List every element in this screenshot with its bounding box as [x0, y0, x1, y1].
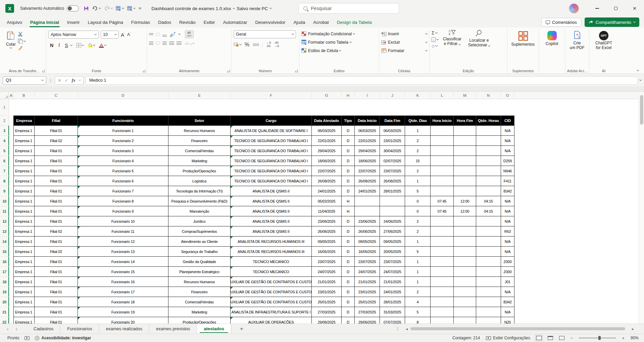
shrink-font-button[interactable]: Aˇ	[127, 32, 131, 37]
table-cell[interactable]: D	[342, 136, 355, 146]
table-header-cell[interactable]: Tipo	[342, 116, 355, 126]
table-cell[interactable]	[355, 196, 380, 206]
table-cell[interactable]: Funcionario 13	[78, 247, 168, 257]
table-cell[interactable]	[431, 166, 454, 176]
table-cell[interactable]: Empresa 1	[13, 317, 35, 324]
font-color-button[interactable]: A	[99, 43, 104, 48]
table-cell[interactable]: 12:00	[454, 196, 476, 206]
column-header-D[interactable]: D	[78, 92, 168, 99]
table-cell[interactable]: 2	[405, 136, 431, 146]
table-cell[interactable]: 5	[405, 186, 431, 196]
table-cell[interactable]	[431, 237, 454, 247]
redo-button[interactable]	[104, 6, 112, 11]
table-cell[interactable]	[431, 216, 454, 226]
table-cell[interactable]: 24/01/2025	[312, 186, 342, 196]
table-cell[interactable]: 29/06/2025	[312, 317, 342, 324]
table-cell[interactable]: Filial 01	[35, 196, 78, 206]
table-cell[interactable]: 23/07/2025	[355, 257, 380, 267]
column-header-I[interactable]: I	[355, 92, 380, 99]
paste-button[interactable]: Colar	[4, 30, 18, 51]
table-cell[interactable]: Funcionario 19	[78, 307, 168, 317]
table-cell[interactable]: 09/05/2025	[312, 237, 342, 247]
vertical-scrollbar-thumb[interactable]	[640, 95, 643, 125]
expand-formula-bar-button[interactable]	[639, 79, 642, 81]
comma-style-button[interactable]: 000	[253, 43, 259, 47]
table-cell[interactable]: 26/06/2025	[355, 226, 380, 237]
table-cell[interactable]: Filial 01	[35, 206, 78, 216]
sheet-options-icon[interactable]: ⋮	[395, 326, 400, 331]
table-cell[interactable]: Manutenção	[168, 206, 231, 216]
column-header-M[interactable]: M	[454, 92, 476, 99]
horizontal-scrollbar[interactable]	[409, 327, 631, 331]
copy-button[interactable]	[18, 39, 26, 44]
table-cell[interactable]	[454, 297, 476, 307]
sheet-tab-Cadastros[interactable]: Cadastros	[27, 324, 60, 334]
table-cell[interactable]: 24/07/2025	[380, 267, 405, 277]
sheet-tab-exames-previstos[interactable]: exames previstos	[149, 324, 197, 334]
table-header-cell[interactable]: Hora Inicio	[431, 116, 454, 126]
table-cell[interactable]: D	[342, 247, 355, 257]
table-cell[interactable]: Empresa 1	[13, 176, 35, 186]
hscroll-left-icon[interactable]: ◂	[406, 327, 408, 331]
table-cell[interactable]: Logística	[168, 176, 231, 186]
table-cell[interactable]	[454, 287, 476, 297]
table-cell[interactable]: Filial 02	[35, 136, 78, 146]
conditional-formatting-button[interactable]: Formatação Condicional	[301, 30, 377, 38]
table-cell[interactable]	[454, 176, 476, 186]
grow-font-button[interactable]: Aˆ	[121, 32, 125, 38]
number-format-select[interactable]: Geral	[234, 30, 296, 38]
table-cell[interactable]: 20/05/2025	[380, 247, 405, 257]
table-cell[interactable]: Recursos Humanos	[168, 126, 231, 136]
table-cell[interactable]: 22/07/2025	[355, 166, 380, 176]
table-cell[interactable]: Empresa 1	[13, 297, 35, 307]
table-header-cell[interactable]: Data Atestado	[312, 116, 342, 126]
table-cell[interactable]	[454, 166, 476, 176]
fill-button[interactable]: ↓	[432, 37, 438, 42]
table-cell[interactable]: R53	[501, 226, 514, 237]
add-sheet-button[interactable]: +	[240, 326, 243, 332]
table-cell[interactable]: Filial 01	[35, 186, 78, 196]
table-cell[interactable]: 2	[405, 216, 431, 226]
table-cell[interactable]: 12:00	[454, 206, 476, 216]
table-cell[interactable]: Empresa 1	[13, 126, 35, 136]
number-dialog-launcher[interactable]	[295, 70, 298, 72]
table-cell[interactable]: D	[342, 267, 355, 277]
table-cell[interactable]: ANALISTA DE QSMS II	[231, 206, 312, 216]
table-cell[interactable]: 29/04/2025	[312, 146, 342, 156]
table-cell[interactable]: Funcionario 1	[78, 126, 168, 136]
normal-view-button[interactable]	[536, 336, 542, 340]
column-header-N[interactable]: N	[476, 92, 501, 99]
table-cell[interactable]: Financeiro	[168, 287, 231, 297]
table-cell[interactable]: Filial 01	[35, 166, 78, 176]
table-cell[interactable]	[476, 126, 501, 136]
table-cell[interactable]: 5	[405, 247, 431, 257]
table-cell[interactable]: TECNICO DE SEGURANCA DO TRABALHO I	[231, 146, 312, 156]
table-cell[interactable]: 16/05/2025	[312, 247, 342, 257]
qat-table-tool-1[interactable]	[116, 6, 124, 11]
table-cell[interactable]: D	[342, 317, 355, 324]
orientation-menu[interactable]	[178, 33, 181, 35]
decrease-decimal-button[interactable]: .00→0	[274, 41, 279, 48]
format-as-table-button[interactable]: Formatar como Tabela	[301, 38, 377, 46]
format-cells-button[interactable]: Formatar	[381, 46, 427, 55]
table-cell[interactable]: Empresa 1	[13, 257, 35, 267]
table-header-cell[interactable]: Empresa	[13, 116, 35, 126]
table-cell[interactable]: 21/01/2025	[355, 277, 380, 287]
table-cell[interactable]	[431, 257, 454, 267]
table-cell[interactable]: 1	[405, 237, 431, 247]
table-cell[interactable]: N946	[501, 166, 514, 176]
row-header-9[interactable]: 9	[0, 186, 9, 196]
table-cell[interactable]: 1	[405, 176, 431, 186]
row-header-11[interactable]: 11	[0, 206, 9, 216]
align-top-icon[interactable]	[149, 33, 153, 35]
row-header-7[interactable]: 7	[0, 166, 9, 176]
row-header-15[interactable]: 15	[0, 247, 9, 257]
minimize-button[interactable]	[588, 0, 606, 17]
table-cell[interactable]: D	[342, 226, 355, 237]
table-cell[interactable]: 27/06/2025	[380, 226, 405, 237]
table-cell[interactable]: Empresa 1	[13, 287, 35, 297]
table-cell[interactable]: D	[342, 176, 355, 186]
table-cell[interactable]	[431, 267, 454, 277]
ribbon-tab-fórmulas[interactable]: Fórmulas	[127, 18, 154, 27]
excel-app-icon[interactable]: X	[5, 4, 14, 13]
